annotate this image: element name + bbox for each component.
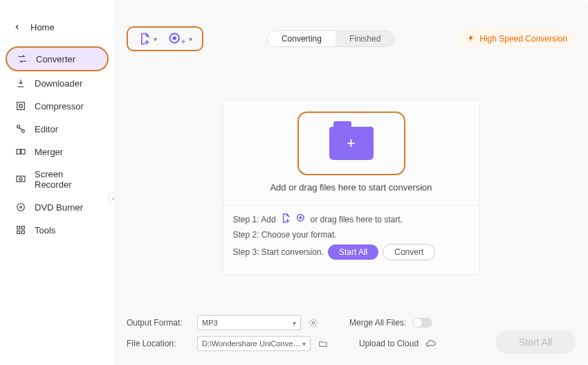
- svg-rect-13: [21, 226, 24, 229]
- drop-box[interactable]: +: [297, 112, 405, 175]
- step-1: Step 1: Add or drag files here to start.: [233, 213, 470, 226]
- sidebar-item-label: Editor: [35, 124, 58, 134]
- content-card: + Add or drag files here to start conver…: [223, 100, 480, 275]
- svg-point-11: [20, 206, 22, 208]
- lightning-icon: [467, 34, 475, 44]
- sidebar-item-screen-recorder[interactable]: Screen Recorder: [6, 163, 109, 195]
- sidebar-item-editor[interactable]: Editor: [6, 118, 109, 140]
- high-speed-badge[interactable]: High Speed Conversion: [459, 30, 576, 48]
- svg-point-19: [300, 217, 302, 219]
- sidebar-item-label: Screen Recorder: [35, 169, 99, 190]
- step3-label: Step 3: Start conversion.: [233, 247, 324, 257]
- add-disc-icon: [295, 213, 306, 226]
- svg-rect-3: [17, 103, 25, 110]
- file-location-select[interactable]: D:\Wondershare UniConverter 1▾: [197, 336, 311, 351]
- tools-icon: [15, 224, 26, 235]
- sidebar-item-converter[interactable]: Converter: [6, 46, 109, 71]
- back-icon: [14, 22, 21, 33]
- svg-point-17: [174, 37, 176, 39]
- tab-converting[interactable]: Converting: [268, 31, 336, 46]
- svg-point-4: [17, 125, 20, 128]
- home-label: Home: [30, 22, 55, 33]
- screen-recorder-icon: [15, 174, 26, 185]
- cloud-icon[interactable]: [425, 338, 437, 349]
- step1-label-b: or drag files here to start.: [311, 215, 403, 224]
- file-location-label: File Location:: [127, 339, 190, 348]
- sidebar-item-dvd-burner[interactable]: DVD Burner: [6, 196, 109, 218]
- sidebar-item-compressor[interactable]: Compressor: [6, 95, 109, 117]
- add-disc-button[interactable]: ▾: [168, 32, 192, 46]
- svg-rect-8: [17, 176, 25, 181]
- upload-cloud-label: Upload to Cloud: [359, 339, 419, 348]
- chevron-down-icon: ▾: [189, 35, 192, 43]
- sidebar-item-downloader[interactable]: Downloader: [6, 72, 109, 94]
- start-all-pill[interactable]: Start All: [328, 244, 378, 260]
- svg-rect-14: [17, 231, 20, 233]
- convert-pill[interactable]: Convert: [383, 244, 435, 260]
- step2-label: Step 2: Choose your format.: [233, 230, 337, 240]
- sidebar-item-tools[interactable]: Tools: [6, 219, 109, 241]
- sidebar-item-label: DVD Burner: [35, 202, 83, 213]
- home-link[interactable]: Home: [0, 17, 114, 38]
- converter-icon: [17, 53, 28, 64]
- merger-icon: [15, 146, 26, 157]
- dvd-icon: [15, 202, 26, 213]
- sidebar-item-label: Compressor: [35, 101, 84, 112]
- svg-rect-6: [17, 150, 20, 154]
- drop-text: Add or drag files here to start conversi…: [230, 182, 472, 193]
- add-source-group: ▾ ▾: [127, 26, 203, 51]
- add-file-button[interactable]: ▾: [138, 32, 157, 46]
- file-location-value: D:\Wondershare UniConverter 1: [202, 339, 302, 348]
- open-folder-icon[interactable]: [318, 338, 329, 349]
- footer: Output Format: MP3▾ Merge All Files: Fil…: [127, 315, 576, 357]
- svg-rect-7: [21, 150, 25, 154]
- svg-rect-15: [21, 231, 24, 233]
- svg-point-10: [17, 204, 25, 211]
- tab-finished[interactable]: Finished: [336, 31, 394, 46]
- merge-all-label: Merge All Files:: [349, 318, 406, 328]
- editor-icon: [15, 123, 26, 134]
- sidebar: Home Converter Downloader Compressor Edi…: [0, 0, 114, 365]
- high-speed-label: High Speed Conversion: [479, 34, 567, 44]
- main-panel: ▾ ▾ Converting Finished High Speed Conve…: [114, 0, 588, 365]
- tab-bar: Converting Finished: [267, 30, 395, 47]
- add-file-icon: [280, 213, 291, 226]
- compressor-icon: [15, 100, 26, 112]
- svg-point-20: [312, 321, 315, 324]
- output-format-label: Output Format:: [127, 318, 190, 328]
- sidebar-item-label: Downloader: [35, 78, 82, 89]
- step1-label-a: Step 1: Add: [233, 215, 276, 224]
- svg-point-5: [21, 130, 24, 132]
- chevron-down-icon: ▾: [154, 35, 157, 43]
- settings-gear-icon[interactable]: [308, 317, 319, 328]
- svg-point-9: [19, 177, 22, 180]
- step-2: Step 2: Choose your format.: [233, 230, 470, 240]
- download-icon: [15, 78, 26, 89]
- merge-all-toggle[interactable]: [413, 318, 432, 328]
- output-format-value: MP3: [202, 319, 218, 327]
- start-all-button[interactable]: Start All: [495, 330, 576, 354]
- svg-rect-12: [17, 226, 20, 229]
- sidebar-item-label: Converter: [36, 54, 75, 64]
- sidebar-item-label: Merger: [35, 147, 63, 157]
- folder-add-icon: +: [329, 127, 374, 160]
- sidebar-item-label: Tools: [35, 225, 55, 235]
- steps-panel: Step 1: Add or drag files here to start.…: [223, 206, 479, 274]
- sidebar-item-merger[interactable]: Merger: [6, 141, 109, 163]
- output-format-select[interactable]: MP3▾: [197, 315, 301, 330]
- drop-zone[interactable]: + Add or drag files here to start conver…: [223, 100, 479, 206]
- step-3: Step 3: Start conversion. Start All Conv…: [233, 244, 470, 260]
